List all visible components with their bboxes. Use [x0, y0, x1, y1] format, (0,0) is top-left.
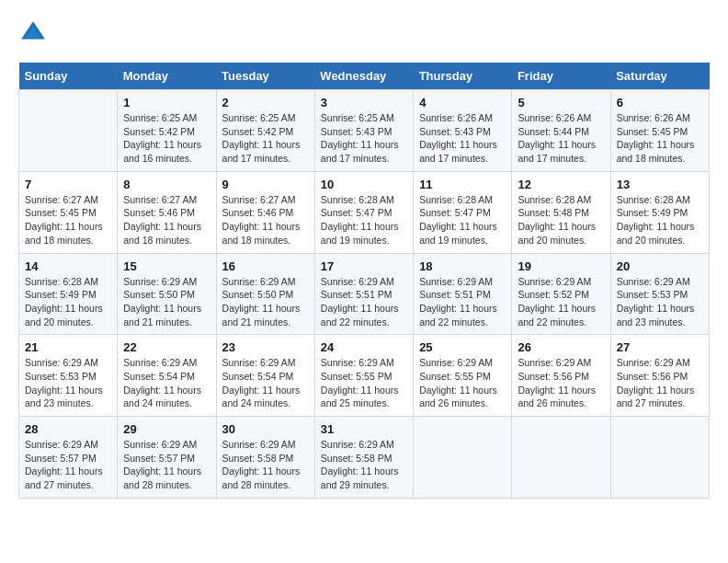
day-info: Sunrise: 6:27 AMSunset: 5:46 PMDaylight:…: [123, 193, 210, 247]
day-info: Sunrise: 6:28 AMSunset: 5:49 PMDaylight:…: [617, 193, 703, 247]
day-number: 5: [518, 96, 604, 109]
day-number: 29: [123, 422, 210, 436]
day-info: Sunrise: 6:29 AMSunset: 5:57 PMDaylight:…: [123, 438, 210, 492]
day-info: Sunrise: 6:26 AMSunset: 5:43 PMDaylight:…: [419, 111, 506, 166]
calendar-cell: 5Sunrise: 6:26 AMSunset: 5:44 PMDaylight…: [512, 90, 610, 172]
col-header-sunday: Sunday: [19, 63, 118, 90]
calendar-cell: 17Sunrise: 6:29 AMSunset: 5:51 PMDayligh…: [314, 253, 413, 335]
calendar-cell: [19, 90, 118, 172]
week-row-3: 14Sunrise: 6:28 AMSunset: 5:49 PMDayligh…: [19, 253, 710, 335]
day-info: Sunrise: 6:26 AMSunset: 5:44 PMDaylight:…: [518, 111, 604, 166]
calendar-cell: 15Sunrise: 6:29 AMSunset: 5:50 PMDayligh…: [118, 253, 216, 335]
calendar-cell: 16Sunrise: 6:29 AMSunset: 5:50 PMDayligh…: [216, 253, 314, 335]
day-info: Sunrise: 6:29 AMSunset: 5:51 PMDaylight:…: [321, 275, 407, 329]
day-number: 28: [25, 422, 111, 436]
day-number: 26: [518, 340, 604, 354]
calendar-cell: 19Sunrise: 6:29 AMSunset: 5:52 PMDayligh…: [512, 253, 610, 335]
calendar-cell: 1Sunrise: 6:25 AMSunset: 5:42 PMDaylight…: [118, 90, 216, 172]
day-info: Sunrise: 6:25 AMSunset: 5:43 PMDaylight:…: [321, 111, 407, 166]
day-number: 20: [617, 259, 703, 273]
day-number: 17: [321, 259, 407, 273]
calendar-cell: 25Sunrise: 6:29 AMSunset: 5:55 PMDayligh…: [414, 335, 512, 417]
day-number: 11: [419, 178, 506, 191]
day-number: 23: [222, 340, 309, 354]
week-row-1: 1Sunrise: 6:25 AMSunset: 5:42 PMDaylight…: [19, 90, 710, 172]
col-header-monday: Monday: [118, 63, 216, 90]
day-number: 8: [123, 178, 210, 191]
col-header-friday: Friday: [512, 63, 610, 90]
day-number: 9: [222, 178, 309, 191]
day-number: 3: [321, 96, 407, 109]
calendar-cell: 13Sunrise: 6:28 AMSunset: 5:49 PMDayligh…: [610, 171, 709, 253]
col-header-thursday: Thursday: [414, 63, 512, 90]
day-number: 31: [321, 422, 407, 436]
calendar-cell: 9Sunrise: 6:27 AMSunset: 5:46 PMDaylight…: [216, 171, 314, 253]
week-row-2: 7Sunrise: 6:27 AMSunset: 5:45 PMDaylight…: [19, 171, 710, 253]
day-info: Sunrise: 6:28 AMSunset: 5:49 PMDaylight:…: [25, 275, 111, 329]
logo-icon: [18, 18, 48, 48]
calendar-cell: 11Sunrise: 6:28 AMSunset: 5:47 PMDayligh…: [414, 171, 512, 253]
calendar-cell: 7Sunrise: 6:27 AMSunset: 5:45 PMDaylight…: [19, 171, 118, 253]
calendar-cell: 18Sunrise: 6:29 AMSunset: 5:51 PMDayligh…: [414, 253, 512, 335]
day-number: 25: [419, 340, 506, 354]
calendar-cell: 26Sunrise: 6:29 AMSunset: 5:56 PMDayligh…: [512, 335, 610, 417]
calendar-table: SundayMondayTuesdayWednesdayThursdayFrid…: [18, 63, 710, 499]
day-number: 13: [617, 178, 703, 191]
day-info: Sunrise: 6:29 AMSunset: 5:55 PMDaylight:…: [321, 356, 407, 410]
day-info: Sunrise: 6:29 AMSunset: 5:53 PMDaylight:…: [25, 356, 111, 410]
calendar-cell: [414, 417, 512, 499]
calendar-cell: 10Sunrise: 6:28 AMSunset: 5:47 PMDayligh…: [314, 171, 413, 253]
day-info: Sunrise: 6:25 AMSunset: 5:42 PMDaylight:…: [222, 111, 309, 166]
day-info: Sunrise: 6:29 AMSunset: 5:58 PMDaylight:…: [321, 438, 407, 492]
calendar-cell: 8Sunrise: 6:27 AMSunset: 5:46 PMDaylight…: [118, 171, 216, 253]
logo: [18, 18, 51, 48]
day-number: 10: [321, 178, 407, 191]
page: SundayMondayTuesdayWednesdayThursdayFrid…: [0, 0, 728, 508]
day-info: Sunrise: 6:27 AMSunset: 5:45 PMDaylight:…: [25, 193, 111, 247]
day-info: Sunrise: 6:29 AMSunset: 5:50 PMDaylight:…: [222, 275, 309, 329]
header: [18, 18, 710, 48]
calendar-cell: 24Sunrise: 6:29 AMSunset: 5:55 PMDayligh…: [314, 335, 413, 417]
day-info: Sunrise: 6:25 AMSunset: 5:42 PMDaylight:…: [123, 111, 210, 166]
day-info: Sunrise: 6:29 AMSunset: 5:55 PMDaylight:…: [419, 356, 506, 410]
day-number: 18: [419, 259, 506, 273]
calendar-cell: 28Sunrise: 6:29 AMSunset: 5:57 PMDayligh…: [19, 417, 118, 499]
day-number: 22: [123, 340, 210, 354]
day-number: 14: [25, 259, 111, 273]
calendar-cell: 4Sunrise: 6:26 AMSunset: 5:43 PMDaylight…: [414, 90, 512, 172]
day-info: Sunrise: 6:26 AMSunset: 5:45 PMDaylight:…: [617, 111, 703, 166]
day-info: Sunrise: 6:29 AMSunset: 5:57 PMDaylight:…: [25, 438, 111, 492]
day-info: Sunrise: 6:29 AMSunset: 5:58 PMDaylight:…: [222, 438, 309, 492]
day-info: Sunrise: 6:29 AMSunset: 5:52 PMDaylight:…: [518, 275, 604, 329]
day-info: Sunrise: 6:29 AMSunset: 5:54 PMDaylight:…: [123, 356, 210, 410]
day-info: Sunrise: 6:28 AMSunset: 5:47 PMDaylight:…: [321, 193, 407, 247]
calendar-cell: 20Sunrise: 6:29 AMSunset: 5:53 PMDayligh…: [610, 253, 709, 335]
calendar-cell: [512, 417, 610, 499]
day-info: Sunrise: 6:27 AMSunset: 5:46 PMDaylight:…: [222, 193, 309, 247]
day-info: Sunrise: 6:29 AMSunset: 5:51 PMDaylight:…: [419, 275, 506, 329]
day-number: 1: [123, 96, 210, 109]
calendar-cell: 12Sunrise: 6:28 AMSunset: 5:48 PMDayligh…: [512, 171, 610, 253]
col-header-saturday: Saturday: [610, 63, 709, 90]
day-number: 27: [617, 340, 703, 354]
day-info: Sunrise: 6:28 AMSunset: 5:48 PMDaylight:…: [518, 193, 604, 247]
calendar-cell: 21Sunrise: 6:29 AMSunset: 5:53 PMDayligh…: [19, 335, 118, 417]
day-info: Sunrise: 6:28 AMSunset: 5:47 PMDaylight:…: [419, 193, 506, 247]
col-header-wednesday: Wednesday: [314, 63, 413, 90]
calendar-cell: 22Sunrise: 6:29 AMSunset: 5:54 PMDayligh…: [118, 335, 216, 417]
day-number: 4: [419, 96, 506, 109]
calendar-cell: 27Sunrise: 6:29 AMSunset: 5:56 PMDayligh…: [610, 335, 709, 417]
calendar-cell: 29Sunrise: 6:29 AMSunset: 5:57 PMDayligh…: [118, 417, 216, 499]
col-header-tuesday: Tuesday: [216, 63, 314, 90]
header-row: SundayMondayTuesdayWednesdayThursdayFrid…: [19, 63, 710, 90]
day-number: 7: [25, 178, 111, 191]
day-info: Sunrise: 6:29 AMSunset: 5:56 PMDaylight:…: [617, 356, 703, 410]
day-number: 21: [25, 340, 111, 354]
calendar-cell: 31Sunrise: 6:29 AMSunset: 5:58 PMDayligh…: [314, 417, 413, 499]
day-number: 12: [518, 178, 604, 191]
day-number: 24: [321, 340, 407, 354]
week-row-5: 28Sunrise: 6:29 AMSunset: 5:57 PMDayligh…: [19, 417, 710, 499]
day-info: Sunrise: 6:29 AMSunset: 5:53 PMDaylight:…: [617, 275, 703, 329]
calendar-cell: 2Sunrise: 6:25 AMSunset: 5:42 PMDaylight…: [216, 90, 314, 172]
day-info: Sunrise: 6:29 AMSunset: 5:56 PMDaylight:…: [518, 356, 604, 410]
